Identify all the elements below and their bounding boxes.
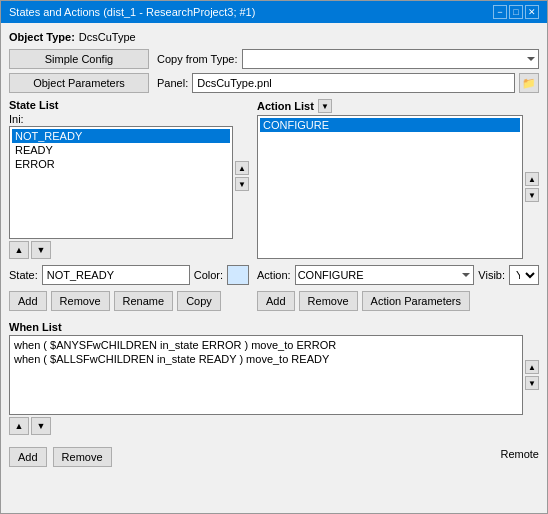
object-params-button[interactable]: Object Parameters xyxy=(9,73,149,93)
action-scroll-up-button[interactable]: ▲ xyxy=(525,172,539,186)
copy-from-select[interactable] xyxy=(242,49,540,69)
copy-from-row: Copy from Type: xyxy=(157,49,539,69)
when-list-item[interactable]: when ( $ANYSFwCHILDREN in_state ERROR ) … xyxy=(12,338,520,352)
state-buttons: Add Remove Rename Copy xyxy=(9,291,249,311)
action-remove-button[interactable]: Remove xyxy=(299,291,358,311)
list-item[interactable]: CONFIGURE xyxy=(260,118,520,132)
minimize-button[interactable]: − xyxy=(493,5,507,19)
panel-row: Panel: 📁 xyxy=(157,73,539,93)
state-list-label: State List xyxy=(9,99,59,111)
action-scroll-down-button[interactable]: ▼ xyxy=(525,188,539,202)
main-content: Object Type: DcsCuType Simple Config Obj… xyxy=(1,23,547,513)
when-list-section: When List when ( $ANYSFwCHILDREN in_stat… xyxy=(9,321,539,435)
scroll-up-button[interactable]: ▲ xyxy=(235,161,249,175)
title-bar: States and Actions (dist_1 - ResearchPro… xyxy=(1,1,547,23)
color-label: Color: xyxy=(194,269,223,281)
object-type-label: Object Type: xyxy=(9,31,75,43)
color-picker[interactable] xyxy=(227,265,249,285)
state-list-section: State List Ini: NOT_READY READY ERROR xyxy=(9,99,249,259)
main-window: States and Actions (dist_1 - ResearchPro… xyxy=(0,0,548,514)
bottom-section: Add Remove Remote xyxy=(9,441,539,467)
scroll-down-button[interactable]: ▼ xyxy=(235,177,249,191)
when-list-item[interactable]: when ( $ALLSFwCHILDREN in_state READY ) … xyxy=(12,352,520,366)
window-title: States and Actions (dist_1 - ResearchPro… xyxy=(9,6,255,18)
state-list-box[interactable]: NOT_READY READY ERROR xyxy=(9,126,233,239)
object-type-value: DcsCuType xyxy=(79,31,136,43)
action-field-label: Action: xyxy=(257,269,291,281)
when-move-up-button[interactable]: ▲ xyxy=(9,417,29,435)
state-field-row: State: Color: xyxy=(9,265,249,285)
maximize-button[interactable]: □ xyxy=(509,5,523,19)
bottom-buttons: Add Remove xyxy=(9,447,112,467)
panel-label: Panel: xyxy=(157,77,188,89)
action-list-header: Action List ▼ xyxy=(257,99,539,113)
action-list-label: Action List xyxy=(257,100,314,112)
action-field-row: Action: CONFIGURE Visib: Y N xyxy=(257,265,539,285)
state-move-down-button[interactable]: ▼ xyxy=(31,241,51,259)
list-item[interactable]: ERROR xyxy=(12,157,230,171)
state-move-up-button[interactable]: ▲ xyxy=(9,241,29,259)
top-left-buttons: Simple Config Object Parameters xyxy=(9,49,149,93)
state-add-button[interactable]: Add xyxy=(9,291,47,311)
state-list-scroll: ▲ ▼ xyxy=(235,113,249,239)
action-params-button[interactable]: Action Parameters xyxy=(362,291,470,311)
when-add-button[interactable]: Add xyxy=(9,447,47,467)
list-item[interactable]: READY xyxy=(12,143,230,157)
state-field-label: State: xyxy=(9,269,38,281)
action-select[interactable]: CONFIGURE xyxy=(295,265,475,285)
visib-label: Visib: xyxy=(478,269,505,281)
panel-input[interactable] xyxy=(192,73,515,93)
when-list-box[interactable]: when ( $ANYSFwCHILDREN in_state ERROR ) … xyxy=(9,335,523,415)
middle-section: State List Ini: NOT_READY READY ERROR xyxy=(9,99,539,259)
state-remove-button[interactable]: Remove xyxy=(51,291,110,311)
close-button[interactable]: ✕ xyxy=(525,5,539,19)
window-controls: − □ ✕ xyxy=(493,5,539,19)
action-buttons: Add Remove Action Parameters xyxy=(257,291,539,311)
object-type-row: Object Type: DcsCuType xyxy=(9,31,539,43)
when-scroll-up-button[interactable]: ▲ xyxy=(525,360,539,374)
state-rename-button[interactable]: Rename xyxy=(114,291,174,311)
action-list-scroll: ▲ ▼ xyxy=(525,115,539,259)
when-remove-button[interactable]: Remove xyxy=(53,447,112,467)
when-list-area: when ( $ANYSFwCHILDREN in_state ERROR ) … xyxy=(9,335,539,415)
visib-select[interactable]: Y N xyxy=(509,265,539,285)
when-list-label: When List xyxy=(9,321,539,333)
top-right-panel: Copy from Type: Panel: 📁 xyxy=(157,49,539,93)
action-list-section: Action List ▼ CONFIGURE ▲ ▼ xyxy=(257,99,539,259)
control-buttons-row: Add Remove Rename Copy Add Remove Action… xyxy=(9,291,539,311)
action-list-dropdown-button[interactable]: ▼ xyxy=(318,99,332,113)
when-move-down-button[interactable]: ▼ xyxy=(31,417,51,435)
simple-config-button[interactable]: Simple Config xyxy=(9,49,149,69)
list-item[interactable]: NOT_READY xyxy=(12,129,230,143)
ini-label: Ini: xyxy=(9,113,24,125)
fields-row: State: Color: Action: CONFIGURE Visib: Y… xyxy=(9,265,539,285)
state-list-header: State List xyxy=(9,99,249,113)
top-section: Simple Config Object Parameters Copy fro… xyxy=(9,49,539,93)
panel-folder-button[interactable]: 📁 xyxy=(519,73,539,93)
remote-label: Remote xyxy=(500,448,539,460)
when-scroll-down-button[interactable]: ▼ xyxy=(525,376,539,390)
copy-from-label: Copy from Type: xyxy=(157,53,238,65)
action-list-box[interactable]: CONFIGURE xyxy=(257,115,523,259)
when-list-scroll: ▲ ▼ xyxy=(525,335,539,415)
action-add-button[interactable]: Add xyxy=(257,291,295,311)
state-input[interactable] xyxy=(42,265,190,285)
state-copy-button[interactable]: Copy xyxy=(177,291,221,311)
